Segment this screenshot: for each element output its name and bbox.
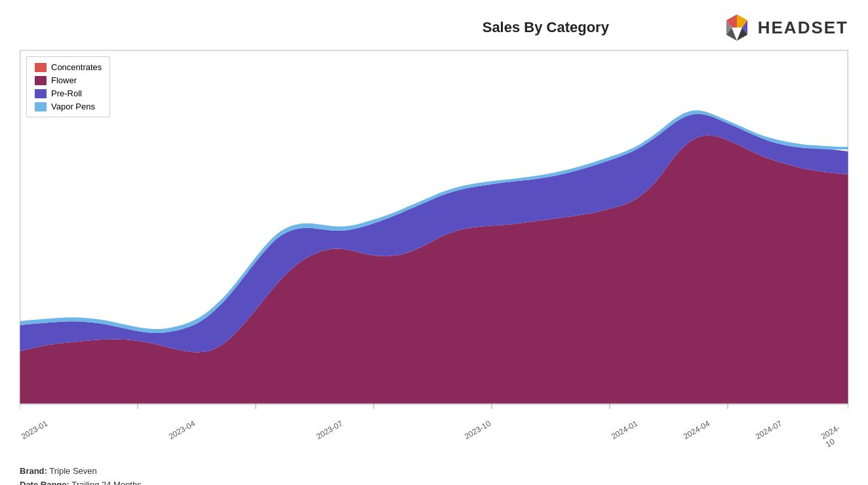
brand-label: Brand:: [20, 466, 47, 476]
legend-item-flower: Flower: [35, 75, 102, 85]
page-title: Sales By Category: [370, 19, 721, 36]
page-container: Sales By Category HEADSET: [0, 0, 868, 485]
footer-info: Brand: Triple Seven Date Range: Trailing…: [0, 459, 868, 485]
headset-logo-icon: [721, 12, 753, 43]
preroll-swatch: [35, 89, 47, 98]
vaporpens-swatch: [35, 102, 47, 111]
legend-item-concentrates: Concentrates: [35, 62, 102, 72]
logo-area: HEADSET: [721, 12, 848, 43]
date-range-value: Trailing 24 Months: [71, 480, 141, 485]
legend-item-vaporpens: Vapor Pens: [35, 102, 102, 111]
concentrates-swatch: [35, 63, 47, 72]
chart-legend: Concentrates Flower Pre-Roll Vapor Pens: [26, 56, 110, 117]
chart-svg: [20, 50, 848, 430]
date-range-label: Date Range:: [20, 480, 69, 485]
chart-area: Concentrates Flower Pre-Roll Vapor Pens: [20, 50, 848, 430]
flower-label: Flower: [51, 75, 77, 85]
date-range-info: Date Range: Trailing 24 Months: [20, 478, 848, 485]
logo-text: HEADSET: [758, 18, 848, 38]
concentrates-label: Concentrates: [51, 62, 102, 72]
legend-item-preroll: Pre-Roll: [35, 88, 102, 98]
flower-swatch: [35, 76, 47, 85]
header: Sales By Category HEADSET: [0, 0, 868, 50]
brand-info: Brand: Triple Seven: [20, 465, 848, 478]
brand-value: Triple Seven: [49, 466, 97, 476]
preroll-label: Pre-Roll: [51, 88, 82, 98]
vaporpens-label: Vapor Pens: [51, 102, 95, 111]
x-axis-labels-container: 2023-01 2023-04 2023-07 2023-10 2024-01 …: [20, 430, 848, 459]
